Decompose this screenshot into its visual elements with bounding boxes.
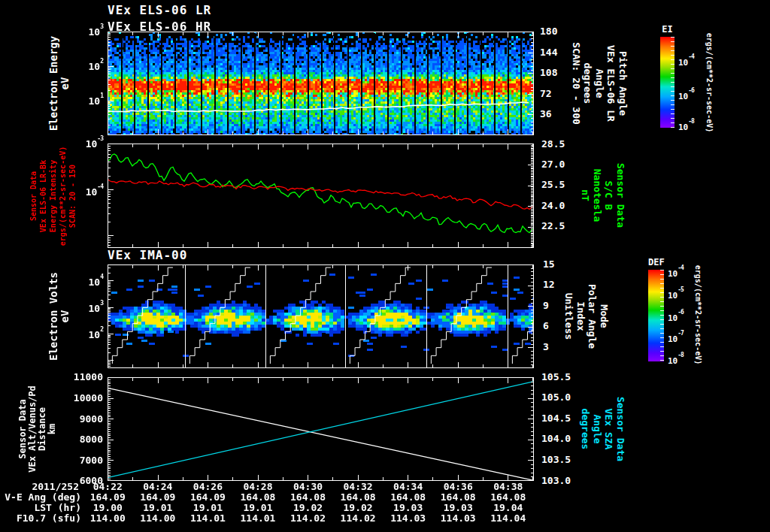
row-label-ve-ang: V-E Ang (deg) (5, 492, 81, 503)
panel4-right-tick: 103.5 (541, 455, 571, 465)
panel3-right-tick: 12 (543, 280, 555, 290)
panel1-right-tick: 72 (540, 89, 552, 99)
def-colorbar-units: ergs/(cm**2-sr-sec-eV) (694, 265, 702, 364)
f107-value: 114.03 (433, 513, 484, 524)
panel3-right-tick: 6 (543, 321, 549, 331)
panel1-title-lr: VEx ELS-06 LR (108, 3, 211, 17)
def-cbar-tick: 10-6 (668, 311, 684, 320)
panel3-ytick: 103 (89, 301, 103, 312)
panel3-right-tick: 15 (543, 259, 555, 270)
lst-value: 19.03 (383, 503, 433, 513)
panel2-left-tick: 10-3 (86, 137, 103, 147)
f107-value: 114.02 (283, 513, 333, 524)
f107-value: 114.00 (83, 513, 133, 524)
alt-sza-canvas (108, 377, 534, 481)
f107-value: 114.04 (484, 513, 534, 524)
ve-ang-value: 164.08 (333, 492, 383, 503)
panel1-right-tick: 108 (540, 68, 557, 78)
row-label-lst: LST (hr) (34, 503, 81, 513)
panel2-right-axis-label: Sensor DataS/C B NanoteslanT (580, 163, 626, 228)
ima-spectrogram-canvas (108, 264, 534, 368)
ve-ang-value: 164.08 (283, 492, 333, 503)
panel1-ytick: 103 (89, 25, 103, 35)
panel4-right-tick: 105.0 (541, 392, 571, 403)
ve-ang-value: 164.08 (233, 492, 283, 503)
panel4-left-tick: 7000 (80, 455, 103, 466)
ei-cbar-tick: 10-8 (678, 120, 694, 129)
panel1-right-tick: 180 (540, 26, 557, 37)
ve-ang-values: 164.09164.09164.09164.08164.08164.08164.… (83, 492, 533, 503)
panel3-left-axis-label: Electron VoltseV (48, 272, 71, 361)
lst-value: 19.01 (233, 503, 283, 513)
panel3-right-axis-label: ModePolar Angle IndexUnitless (563, 284, 610, 349)
ei-colorbar-title: EI (660, 25, 675, 34)
time-label: 04:34 (383, 482, 433, 492)
panel4-left-tick: 9000 (80, 414, 103, 425)
lst-values: 19.0019.0119.0119.0119.0219.0219.0319.03… (83, 503, 533, 513)
panel2-right-tick: 25.5 (541, 180, 565, 190)
time-label: 04:26 (183, 482, 233, 492)
ve-ang-value: 164.08 (484, 492, 534, 503)
time-axis-labels: 04:2204:2404:2604:2804:3004:3204:3404:36… (83, 482, 533, 492)
panel2-right-tick: 24.0 (541, 201, 565, 211)
els-spectrogram-canvas (108, 32, 534, 135)
f107-value: 114.01 (233, 513, 283, 524)
ei-colorbar-units: ergs/(cm**2-sr-sec-eV) (705, 33, 714, 132)
f107-value: 114.00 (133, 513, 183, 524)
panel1-left-axis-label: Electron EnergyeV (48, 36, 71, 131)
lst-value: 19.02 (333, 503, 383, 513)
panel4-right-axis-label: Sensor DataVEx SZA Angledegrees (580, 397, 626, 461)
lst-value: 19.01 (183, 503, 233, 513)
panel4-right-tick: 104.0 (541, 434, 571, 444)
panel3-title: VEx IMA-00 (108, 248, 187, 262)
panel2-right-tick: 27.0 (541, 159, 565, 170)
panel1-right-tick: 36 (540, 109, 552, 119)
def-cbar-tick: 10-7 (668, 332, 684, 341)
panel4-right-tick: 105.5 (541, 372, 571, 382)
f107-value: 114.03 (383, 513, 433, 524)
time-label: 04:38 (484, 482, 534, 492)
date-label: 2011/252 (32, 482, 79, 492)
lst-value: 19.01 (133, 503, 183, 513)
f107-value: 114.01 (183, 513, 233, 524)
panel3-right-tick: 3 (543, 342, 549, 352)
ei-colorbar-ticks (671, 37, 675, 128)
vex-summary-plot: VEx ELS-06 LR VEx ELS-06 HR VEx IMA-00 1… (0, 0, 770, 532)
lst-value: 19.03 (433, 503, 484, 513)
panel4-left-tick: 8000 (80, 434, 103, 445)
panel4-left-axis-label: Sensor DataVEx Alt/Venus/Pd Distancekm (18, 385, 57, 473)
panel2-right-tick: 22.5 (541, 221, 565, 231)
ve-ang-value: 164.09 (133, 492, 183, 503)
panel3-right-tick: 9 (543, 301, 549, 311)
def-colorbar-title: DEF (648, 258, 664, 267)
panel4-right-tick: 104.5 (541, 413, 571, 424)
panel2-right-tick: 28.5 (541, 139, 565, 150)
time-label: 04:22 (83, 482, 133, 492)
panel1-ytick: 102 (89, 59, 103, 70)
panel2-left-axis-label: Sensor DataVEx ELS-06 LR-Bk Energy Inten… (29, 147, 77, 246)
time-label: 04:36 (433, 482, 484, 492)
def-colorbar-ticks (660, 270, 664, 361)
panel1-right-axis-label: Pitch AngleVEx ELS-06 LR Angledegrees SC… (570, 42, 629, 125)
def-cbar-tick: 10-8 (668, 354, 684, 363)
ei-cbar-tick: 10-4 (678, 56, 694, 65)
panel4-right-tick: 103.0 (541, 476, 571, 486)
panel1-ytick: 101 (89, 94, 103, 104)
panel4-left-tick: 11000 (74, 372, 103, 382)
panel3-ytick: 102 (89, 328, 103, 338)
lst-value: 19.00 (83, 503, 133, 513)
panel3-ytick: 104 (89, 275, 103, 286)
time-label: 04:28 (233, 482, 283, 492)
ve-ang-value: 164.09 (183, 492, 233, 503)
def-colorbar (648, 270, 664, 361)
def-cbar-tick: 10-4 (668, 267, 684, 276)
lst-value: 19.04 (484, 503, 534, 513)
ei-cbar-tick: 10-6 (678, 89, 694, 98)
ve-ang-value: 164.09 (83, 492, 133, 503)
time-label: 04:32 (333, 482, 383, 492)
f107-value: 114.02 (333, 513, 383, 524)
def-cbar-tick: 10-5 (668, 289, 684, 298)
ei-colorbar (660, 37, 675, 128)
f107-values: 114.00114.00114.01114.01114.02114.02114.… (83, 513, 533, 524)
ve-ang-value: 164.08 (383, 492, 433, 503)
